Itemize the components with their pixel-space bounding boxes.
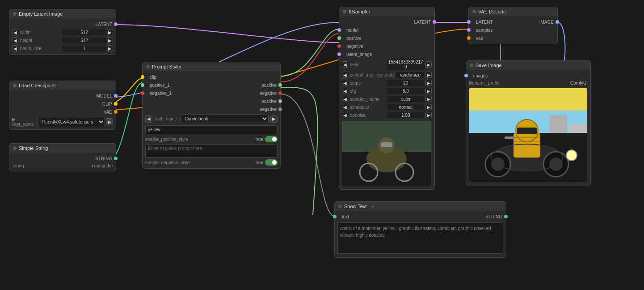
port-model-dot[interactable] [114,94,118,98]
width-increase-btn[interactable]: ▶ [107,29,113,35]
batch-decrease-btn[interactable]: ◀ [12,45,18,51]
node-ksampler: KSampler LATENT model positive negative … [339,7,435,190]
node-dot [13,146,17,150]
enable-positive-style-toggle[interactable] [265,136,278,142]
enable-positive-style-label: enable_positive_style [145,137,254,142]
port-clip-dot[interactable] [114,102,118,106]
scheduler-increase-btn[interactable]: ▶ [425,104,432,110]
steps-decrease-btn[interactable]: ◀ [342,80,348,86]
port-image-out-dot[interactable] [556,20,559,24]
style-name-select[interactable]: Comic book [181,115,269,123]
port-positive-out-dot[interactable] [278,83,282,87]
port-model-output: MODEL [9,92,116,100]
scheduler-decrease-btn[interactable]: ◀ [342,104,348,110]
port-latent-out-dot[interactable] [433,20,436,24]
port-vae-in-dot[interactable] [467,36,471,40]
ckpt-name-select[interactable]: FluentlyXL-v4.safetensors [38,118,105,126]
ksampler-preview-image [342,121,432,186]
port-negative-in-dot[interactable] [337,44,341,48]
port-text-in-dot[interactable] [333,215,337,218]
node-vae-decode-body: LATENT IMAGE samples vae [469,16,557,44]
port-negative-out-label: negative [260,91,277,96]
cfg-increase-btn[interactable]: ▶ [425,88,432,94]
negative-prompt-input[interactable]: Enter negative prompt here [145,144,278,158]
port-images-in: images [466,72,590,80]
seed-increase-btn[interactable]: ▶ [425,61,432,68]
node-prompt-styler-header: Prompt Styler [143,62,280,71]
sampler-label: sampler_name [349,97,386,102]
node-dot [470,64,473,67]
port-samples-in-dot[interactable] [467,28,471,32]
denoise-decrease-btn[interactable]: ◀ [342,112,348,118]
port-negative-in-label: negative [343,44,363,49]
port-positive1-in-dot[interactable] [141,83,144,87]
control-increase-btn[interactable]: ▶ [425,72,432,78]
style-select-label: style_name [154,116,179,121]
save-image-preview [469,88,588,182]
svg-point-17 [549,158,563,171]
seed-label: seed [349,62,386,67]
port-image-output-row: LATENT IMAGE [469,18,557,26]
port-positive1-input: positive_1 positive [143,81,280,89]
node-ksampler-body: LATENT model positive negative latent_im… [339,16,434,189]
port-positive-in-dot[interactable] [337,36,341,40]
port-negative1-in-label: negative_1 [146,91,172,96]
width-value: 512 [63,30,106,35]
port-extra-positive-output: positive [143,97,280,105]
field-steps-row: ◀ steps 20 ▶ [339,79,434,87]
denoise-increase-btn[interactable]: ▶ [425,112,432,118]
node-dot [13,84,17,87]
style-prev-btn[interactable]: ◀ [145,115,152,123]
port-negative1-in-dot[interactable] [141,91,144,95]
style-next-btn[interactable]: ▶ [270,115,278,123]
port-latent-image-in: latent_image [339,50,434,58]
control-decrease-btn[interactable]: ◀ [342,72,348,78]
port-model-in-dot[interactable] [337,28,341,32]
field-cfg-row: ◀ cfg 8.0 ▶ [339,87,434,95]
ckpt-refresh-btn[interactable]: ▶ [106,118,113,125]
port-positive-out-label: positive [261,83,277,88]
port-images-in-dot[interactable] [464,74,468,77]
height-decrease-btn[interactable]: ◀ [12,37,18,43]
port-string-out-dot[interactable] [504,215,508,218]
port-samples-in: samples [469,26,557,34]
port-string-dot[interactable] [114,157,118,160]
port-vae-dot[interactable] [114,110,118,114]
node-save-image: Save Image images filename_prefix ComfyU… [466,60,591,186]
batch-increase-btn[interactable]: ▶ [107,45,113,51]
sampler-increase-btn[interactable]: ▶ [425,96,432,102]
node-prompt-styler-body: clip positive_1 positive negative_1 nega… [143,71,280,168]
port-clip-in-dot[interactable] [141,75,144,79]
toggle-negative-text: true [256,160,263,165]
batch-label: batch_size [19,46,62,51]
port-latent-dot[interactable] [114,22,118,26]
field-denoise-row: ◀ denoise 1.00 ▶ [339,111,434,119]
node-title: Empty Latent Image [19,11,63,17]
width-decrease-btn[interactable]: ◀ [12,29,18,35]
node-empty-latent-body: LATENT ◀ width 512 ▶ ◀ height 512 ▶ ◀ ba… [9,18,116,54]
port-negative-in: negative [339,42,434,50]
cfg-decrease-btn[interactable]: ◀ [342,88,348,94]
height-increase-btn[interactable]: ▶ [107,37,113,43]
steps-increase-btn[interactable]: ▶ [425,80,432,86]
enable-negative-style-toggle[interactable] [265,159,278,166]
height-label: height [19,38,62,43]
field-batch-row: ◀ batch_size 1 ▶ [9,44,116,52]
port-extra-positive-dot[interactable] [278,99,282,103]
port-clip-in-label: clip [146,75,156,80]
node-prompt-styler: Prompt Styler clip positive_1 positive n… [142,62,281,169]
filename-label: filename_prefix [469,81,500,85]
port-latent-vae-in-dot[interactable] [467,20,471,24]
node-dot [13,12,17,16]
svg-rect-7 [381,142,392,147]
node-vae-decode-header: VAE Decode [469,7,557,16]
node-simple-string-body: STRING string a motorider [9,153,116,171]
height-value: 512 [63,38,106,43]
sampler-decrease-btn[interactable]: ◀ [342,96,348,102]
port-extra-negative-dot[interactable] [278,107,282,111]
port-latent-image-in-dot[interactable] [337,52,341,56]
enable-negative-style-label: enable_negative_style [145,160,254,165]
port-negative-out-dot[interactable] [278,91,282,95]
enable-negative-style-row: enable_negative_style true [143,158,280,166]
seed-decrease-btn[interactable]: ◀ [342,61,348,68]
